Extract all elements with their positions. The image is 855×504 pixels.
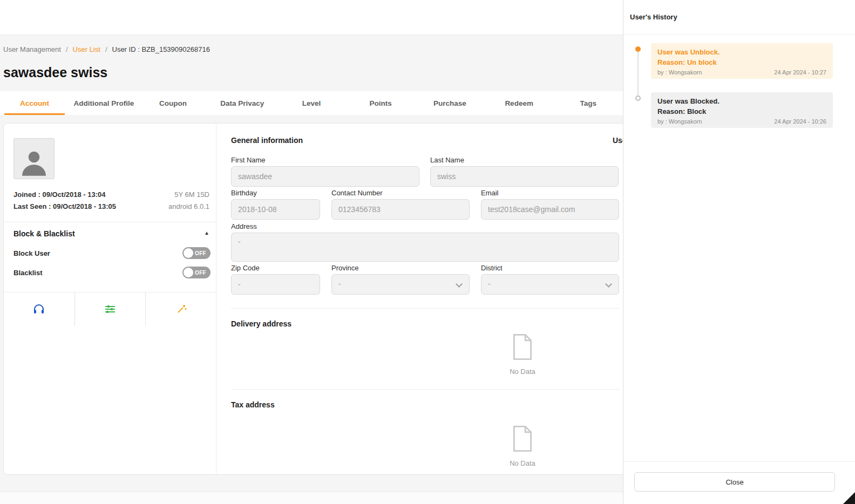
blacklist-toggle[interactable]: OFF (182, 267, 211, 278)
tab-points[interactable]: Points (346, 91, 415, 115)
delivery-address-title: Delivery address (231, 319, 291, 328)
support-headset-button[interactable] (4, 292, 74, 326)
timeline-dot-active (635, 46, 641, 52)
tax-address-title: Tax address (231, 400, 275, 409)
preferences-button[interactable] (74, 292, 146, 326)
timeline-dot (635, 96, 641, 101)
breadcrumb-separator: / (66, 45, 68, 53)
birthday-label: Birthday (231, 189, 257, 197)
district-select[interactable]: - (481, 274, 619, 295)
email-field[interactable] (481, 199, 619, 220)
history-entry[interactable]: User was Unblock. Reason: Un block by : … (651, 43, 833, 79)
divider (231, 308, 619, 309)
block-user-toggle[interactable]: OFF (182, 247, 211, 259)
history-entry-date: 24 Apr 2024 - 10:27 (774, 69, 826, 76)
divider (231, 389, 619, 390)
person-silhouette-icon (17, 145, 51, 179)
last-name-field[interactable] (430, 166, 619, 187)
address-label: Address (231, 222, 257, 230)
tab-level[interactable]: Level (277, 91, 346, 115)
magic-action-button[interactable] (145, 292, 216, 326)
divider (4, 222, 216, 222)
blacklist-label: Blacklist (13, 269, 42, 277)
divider (623, 461, 855, 462)
tab-tags[interactable]: Tags (554, 91, 623, 115)
sliders-icon (104, 303, 117, 316)
block-blacklist-title: Block & Blacklist (13, 229, 75, 238)
account-age: 5Y 6M 15D (174, 190, 209, 199)
address-field[interactable]: - (231, 233, 619, 262)
profile-summary-pane: Joined : 09/Oct/2018 - 13:04 Last Seen :… (4, 124, 216, 474)
contact-number-field[interactable] (331, 199, 470, 220)
first-name-label: First Name (231, 156, 266, 164)
headset-icon (32, 303, 45, 316)
history-entry-title: User was Blocked. (657, 97, 826, 105)
toggle-knob (184, 268, 193, 277)
tab-coupon[interactable]: Coupon (138, 91, 207, 115)
user-history-panel: User's History User was Unblock. Reason:… (623, 0, 855, 504)
tab-purchase[interactable]: Purchase (415, 91, 484, 115)
breadcrumb-separator: / (105, 45, 107, 53)
province-label: Province (331, 264, 359, 272)
email-label: Email (481, 189, 499, 197)
toggle-state-label: OFF (195, 250, 206, 256)
history-entry-reason: Reason: Un block (657, 58, 826, 66)
history-entry-reason: Reason: Block (657, 107, 826, 115)
close-button[interactable]: Close (634, 472, 835, 492)
file-icon (511, 333, 534, 361)
tab-redeem[interactable]: Redeem (485, 91, 554, 115)
last-name-label: Last Name (430, 156, 464, 164)
footer-strip (0, 492, 623, 504)
avatar (13, 138, 55, 179)
birthday-field[interactable] (231, 199, 320, 220)
district-label: District (481, 264, 503, 272)
last-seen-date: Last Seen : 09/Oct/2018 - 13:05 (13, 202, 116, 210)
tab-account[interactable]: Account (0, 91, 69, 115)
tab-additional-profile[interactable]: Additional Profile (69, 91, 138, 115)
contact-number-label: Contact Number (331, 189, 383, 197)
history-entry-date: 24 Apr 2024 - 10:26 (774, 118, 826, 125)
history-entry[interactable]: User was Blocked. Reason: Block by : Won… (651, 92, 833, 128)
history-entry-by: by : Wongsakorn (657, 118, 702, 125)
page-title: sawasdee swiss (3, 65, 107, 80)
file-icon (511, 425, 534, 453)
tab-data-privacy[interactable]: Data Privacy (208, 91, 277, 115)
breadcrumb-user-list[interactable]: User List (73, 45, 100, 53)
province-select[interactable]: - (331, 274, 470, 295)
block-user-label: Block User (13, 249, 50, 257)
collapse-caret-icon[interactable]: ▲ (204, 230, 209, 236)
district-value: - (488, 280, 491, 288)
toggle-knob (184, 248, 193, 258)
zip-code-label: Zip Code (231, 264, 260, 272)
zip-code-field[interactable] (231, 274, 320, 295)
tab-bar: Account Additional Profile Coupon Data P… (0, 91, 623, 115)
breadcrumb-user-id: User ID : BZB_1539090268716 (112, 45, 210, 53)
joined-date: Joined : 09/Oct/2018 - 13:04 (13, 190, 106, 199)
timeline-connector (637, 51, 639, 98)
toggle-state-label: OFF (195, 270, 206, 276)
quick-action-row (4, 292, 216, 326)
magic-wand-icon (175, 303, 188, 316)
chevron-down-icon (605, 281, 612, 288)
history-entry-by: by : Wongsakorn (657, 69, 702, 76)
history-entry-title: User was Unblock. (657, 48, 826, 56)
breadcrumb: User Management / User List / User ID : … (3, 45, 210, 53)
province-value: - (338, 280, 341, 288)
general-information-title: General information (231, 136, 303, 145)
first-name-field[interactable] (231, 166, 419, 187)
breadcrumb-user-management[interactable]: User Management (3, 45, 61, 53)
chevron-down-icon (456, 281, 463, 288)
device-info: android 6.0.1 (168, 202, 209, 210)
history-panel-title: User's History (623, 0, 855, 35)
corner-fold-decoration (843, 492, 855, 504)
